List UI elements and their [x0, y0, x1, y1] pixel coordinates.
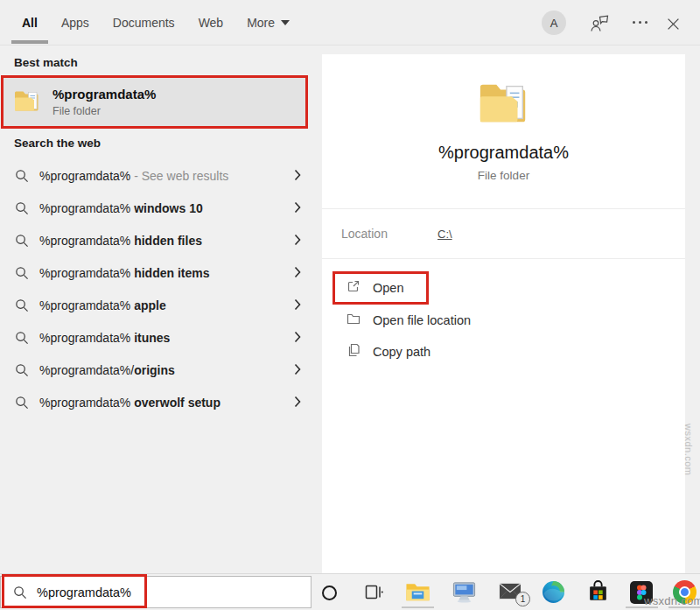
search-filter-bar: All Apps Documents Web More A [0, 0, 700, 46]
edge-icon[interactable] [542, 580, 565, 604]
action-open[interactable]: Open [332, 271, 429, 305]
tab-all[interactable]: All [22, 0, 38, 46]
search-icon [14, 395, 29, 410]
search-icon [14, 265, 29, 280]
divider [322, 258, 685, 259]
folder-outline-icon [346, 311, 361, 330]
location-label: Location [341, 227, 438, 241]
search-query-text: %programdata% [37, 585, 131, 599]
chevron-right-icon[interactable] [294, 201, 301, 214]
copy-icon [346, 342, 361, 361]
filter-tabs: All Apps Documents Web More [22, 0, 290, 46]
search-web-list: %programdata% - See web results %program… [0, 159, 322, 418]
preview-subtitle: File folder [322, 169, 685, 182]
chevron-right-icon[interactable] [294, 234, 301, 246]
chevron-right-icon[interactable] [294, 363, 301, 375]
ellipsis-icon[interactable] [633, 21, 648, 24]
best-match-label: Best match [14, 56, 78, 69]
windows-search-flyout: All Apps Documents Web More A [0, 0, 700, 610]
file-explorer-icon[interactable] [405, 580, 430, 606]
search-suggestion[interactable]: %programdata% overwolf setup [0, 386, 322, 418]
preview-title: %programdata% [322, 143, 685, 163]
taskbar: %programdata% [0, 573, 700, 610]
search-icon [14, 200, 29, 215]
tab-documents[interactable]: Documents [113, 0, 175, 46]
chevron-down-icon [281, 20, 290, 25]
action-list: Open Open file location Copy path [322, 271, 685, 368]
watermark-vertical: wsxdn.com [683, 424, 694, 476]
search-suggestion[interactable]: %programdata% itunes [0, 321, 322, 354]
chevron-right-icon[interactable] [294, 169, 301, 181]
mail-badge: 1 [515, 592, 530, 606]
search-icon [14, 362, 29, 377]
chevron-right-icon[interactable] [294, 396, 301, 408]
best-match-title: %programdata% [52, 87, 156, 102]
search-suggestion[interactable]: %programdata% hidden items [0, 256, 322, 289]
chevron-right-icon[interactable] [294, 331, 301, 343]
this-pc-icon[interactable] [452, 580, 477, 607]
search-suggestion[interactable]: %programdata% windows 10 [0, 192, 322, 224]
search-icon [14, 168, 29, 183]
tab-apps[interactable]: Apps [61, 0, 89, 46]
search-icon [14, 233, 29, 248]
tab-web[interactable]: Web [199, 0, 224, 46]
feedback-icon[interactable] [589, 13, 610, 32]
close-icon[interactable] [665, 16, 681, 32]
folder-icon [13, 88, 41, 116]
search-suggestion[interactable]: %programdata%/origins [0, 354, 322, 386]
chevron-right-icon[interactable] [294, 298, 301, 311]
search-suggestion[interactable]: %programdata% hidden files [0, 224, 322, 256]
cortana-icon[interactable] [322, 585, 337, 600]
avatar[interactable]: A [542, 11, 566, 35]
best-match-result[interactable]: %programdata% File folder [1, 75, 308, 129]
chevron-right-icon[interactable] [294, 266, 301, 278]
search-icon [12, 585, 27, 599]
search-web-label: Search the web [14, 137, 101, 150]
search-icon [14, 330, 29, 345]
taskbar-search-input[interactable]: %programdata% [0, 576, 312, 608]
running-indicator [402, 606, 434, 608]
action-open-file-location[interactable]: Open file location [322, 305, 685, 336]
search-suggestion[interactable]: %programdata% - See web results [0, 159, 322, 192]
location-link[interactable]: C:\ [438, 228, 452, 241]
task-view-icon[interactable] [363, 583, 384, 605]
search-suggestion[interactable]: %programdata% apple [0, 289, 322, 321]
location-row: Location C:\ [322, 209, 685, 258]
open-icon [346, 278, 361, 298]
search-icon [14, 298, 29, 312]
tab-more[interactable]: More [247, 0, 290, 46]
microsoft-store-icon[interactable] [586, 580, 610, 607]
preview-panel: %programdata% File folder Location C:\ O… [322, 54, 685, 573]
watermark: wsxdn.com [644, 594, 700, 607]
action-copy-path[interactable]: Copy path [322, 336, 685, 368]
best-match-subtitle: File folder [52, 105, 156, 117]
results-panel: Best match %programdata% File folder Sea… [0, 46, 322, 573]
folder-icon-large [322, 78, 685, 130]
